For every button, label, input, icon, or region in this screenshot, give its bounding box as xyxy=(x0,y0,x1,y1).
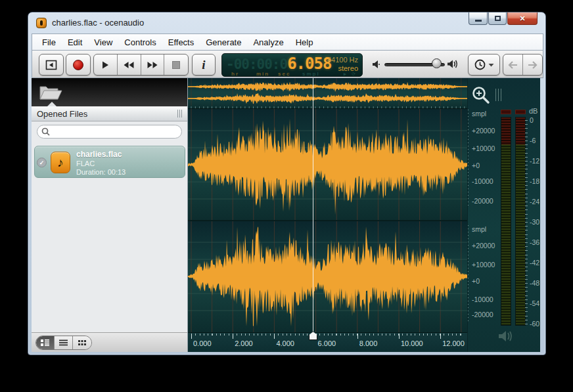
level-meter-right xyxy=(515,117,526,326)
waveform-overview[interactable] xyxy=(188,78,467,109)
amp-label: -20000 xyxy=(472,197,493,205)
ruler-major-tick xyxy=(233,334,233,339)
ruler-major-tick xyxy=(399,334,400,339)
grid-icon xyxy=(78,340,86,346)
play-icon xyxy=(101,60,110,70)
ruler-label: 0.000 xyxy=(193,339,212,347)
db-label: -48 xyxy=(530,279,539,287)
db-label: -54 xyxy=(530,299,539,307)
maximize-button[interactable] xyxy=(488,12,507,25)
ruler-major-tick xyxy=(357,334,358,339)
maximize-icon xyxy=(495,16,501,21)
toolbar: i -00:00:06.058 hr min sec smpl 44100 Hz… xyxy=(32,50,543,78)
close-button[interactable]: ✕ xyxy=(507,12,538,25)
amp-label: smpl xyxy=(472,110,486,118)
amp-label: +20000 xyxy=(472,242,495,250)
amp-label: +0 xyxy=(472,162,480,169)
view-list-button[interactable] xyxy=(55,336,73,349)
amp-label: -10000 xyxy=(472,177,493,185)
app-icon xyxy=(36,18,47,28)
record-button[interactable] xyxy=(66,54,91,76)
chevron-down-icon xyxy=(488,63,494,67)
db-label: -18 xyxy=(530,177,539,185)
skip-to-start-icon xyxy=(45,60,57,70)
meter-grip[interactable] xyxy=(495,89,501,101)
arrow-left-icon xyxy=(508,61,518,69)
opened-file-item[interactable]: ✓ ♪ charlies.flac FLAC Duration: 00:13 xyxy=(34,146,185,178)
unit-sec: sec xyxy=(278,71,290,77)
amp-label: -20000 xyxy=(472,311,493,318)
amp-label: +0 xyxy=(472,277,480,285)
detailed-list-icon xyxy=(41,339,49,346)
amp-label: +10000 xyxy=(472,144,495,152)
level-meter-left xyxy=(501,117,511,326)
db-scale-ticks xyxy=(525,120,528,326)
window-title: charlies.flac - ocenaudio xyxy=(52,18,144,28)
volume-max-icon xyxy=(447,58,459,70)
minimize-button[interactable] xyxy=(469,12,488,25)
title-bar[interactable]: charlies.flac - ocenaudio ✕ xyxy=(28,12,545,33)
monitor-speaker-icon[interactable] xyxy=(498,329,515,343)
fast-forward-icon xyxy=(147,61,158,69)
search-icon xyxy=(41,127,50,136)
db-label: -60 xyxy=(530,320,539,328)
panel-title: Opened Files xyxy=(32,109,177,119)
waveform-editor[interactable] xyxy=(188,109,467,332)
time-value: 6.058 xyxy=(287,54,331,73)
opened-files-folder-icon[interactable] xyxy=(38,82,63,102)
time-ghost-digits: -00:00:0 xyxy=(226,56,287,72)
db-label: -36 xyxy=(530,238,539,246)
undo-back-button[interactable] xyxy=(503,54,523,75)
waveform-panel: 0.0002.0004.0006.0008.00010.00012.000 xyxy=(188,78,467,352)
menu-edit[interactable]: Edit xyxy=(62,35,88,49)
time-format-dropdown[interactable] xyxy=(468,54,500,76)
play-button[interactable] xyxy=(94,54,118,75)
transport-group xyxy=(93,54,189,76)
menu-generate[interactable]: Generate xyxy=(200,35,247,49)
redo-forward-button[interactable] xyxy=(523,54,542,75)
arrow-right-icon xyxy=(528,61,538,69)
search-input[interactable] xyxy=(50,126,181,137)
sidebar-footer xyxy=(32,332,187,352)
menu-effects[interactable]: Effects xyxy=(162,35,200,49)
audio-file-icon: ♪ xyxy=(51,152,70,173)
ruler-label: 6.000 xyxy=(318,339,336,347)
db-label: -12 xyxy=(530,157,539,165)
record-icon xyxy=(73,60,83,70)
fast-forward-button[interactable] xyxy=(141,54,165,75)
menu-controls[interactable]: Controls xyxy=(118,35,162,49)
time-display: -00:00:06.058 hr min sec smpl 44100 Hz s… xyxy=(221,53,363,77)
ruler-label: 12.000 xyxy=(442,339,465,347)
db-label: -6 xyxy=(530,137,536,144)
menu-view[interactable]: View xyxy=(88,35,118,49)
menu-file[interactable]: File xyxy=(36,35,62,49)
unit-min: min xyxy=(256,71,269,77)
amp-scale-ticks-left xyxy=(468,110,469,208)
volume-knob[interactable] xyxy=(432,58,442,68)
playhead-line xyxy=(313,78,313,335)
zoom-in-icon[interactable] xyxy=(471,85,491,105)
db-label: 0 xyxy=(530,116,534,124)
view-grid-button[interactable] xyxy=(73,336,91,349)
info-button[interactable]: i xyxy=(192,54,216,76)
rewind-button[interactable] xyxy=(118,54,141,75)
view-detailed-list-button[interactable] xyxy=(36,336,55,349)
history-nav-group xyxy=(503,54,543,76)
app-window: charlies.flac - ocenaudio ✕ FileEditView… xyxy=(28,12,546,355)
stop-button[interactable] xyxy=(164,54,188,75)
amp-label: +10000 xyxy=(472,261,495,269)
volume-min-icon xyxy=(372,59,381,70)
clip-indicator-left[interactable] xyxy=(501,110,511,114)
desktop-background: charlies.flac - ocenaudio ✕ FileEditView… xyxy=(0,0,573,392)
unit-hr: hr xyxy=(231,71,239,77)
search-box[interactable] xyxy=(37,125,182,139)
skip-to-start-button[interactable] xyxy=(39,54,64,76)
amp-label: +20000 xyxy=(472,127,495,135)
file-selected-check-icon: ✓ xyxy=(37,158,47,167)
menu-analyze[interactable]: Analyze xyxy=(247,35,289,49)
menu-help[interactable]: Help xyxy=(290,35,319,49)
time-ruler[interactable]: 0.0002.0004.0006.0008.00010.00012.000 xyxy=(188,332,467,352)
meter-panel: smpl+20000+10000+0-10000-20000 smpl+2000… xyxy=(467,78,540,352)
panel-grip[interactable] xyxy=(177,110,182,118)
clip-indicator-right[interactable] xyxy=(515,110,526,114)
